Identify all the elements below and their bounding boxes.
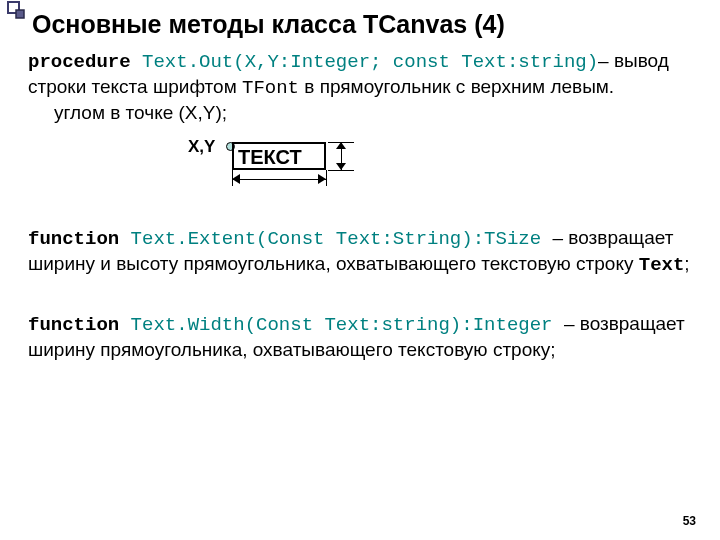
tick bbox=[326, 170, 327, 186]
semicolon: ; bbox=[684, 253, 689, 274]
text-rect: ТЕКСТ bbox=[232, 142, 326, 170]
desc-tail2: углом в точке (X,Y); bbox=[28, 101, 692, 125]
text-ref: Text bbox=[639, 254, 685, 276]
page-number: 53 bbox=[683, 514, 696, 528]
signature: Text.Out(X,Y:Integer; const Text:string) bbox=[131, 51, 598, 73]
signature: Text.Extent(Const Text:String):TSize bbox=[119, 228, 552, 250]
tfont-ref: TFont bbox=[242, 77, 299, 99]
desc-tail1: в прямоугольник с верхним левым. bbox=[299, 76, 614, 97]
keyword: function bbox=[28, 314, 119, 336]
xy-label: X,Y bbox=[188, 137, 215, 157]
method-textwidth: function Text.Width(Const Text:string):I… bbox=[28, 312, 692, 362]
slide-title: Основные методы класса TCanvas (4) bbox=[28, 10, 692, 39]
keyword: procedure bbox=[28, 51, 131, 73]
width-arrow bbox=[232, 174, 326, 186]
tick bbox=[328, 170, 354, 171]
svg-rect-1 bbox=[16, 10, 24, 18]
method-textout: procedure Text.Out(X,Y:Integer; const Te… bbox=[28, 49, 692, 124]
diagram: X,Y ТЕКСТ bbox=[188, 134, 388, 190]
signature: Text.Width(Const Text:string):Integer bbox=[119, 314, 564, 336]
keyword: function bbox=[28, 228, 119, 250]
method-textextent: function Text.Extent(Const Text:String):… bbox=[28, 226, 692, 278]
height-arrow bbox=[336, 142, 348, 170]
